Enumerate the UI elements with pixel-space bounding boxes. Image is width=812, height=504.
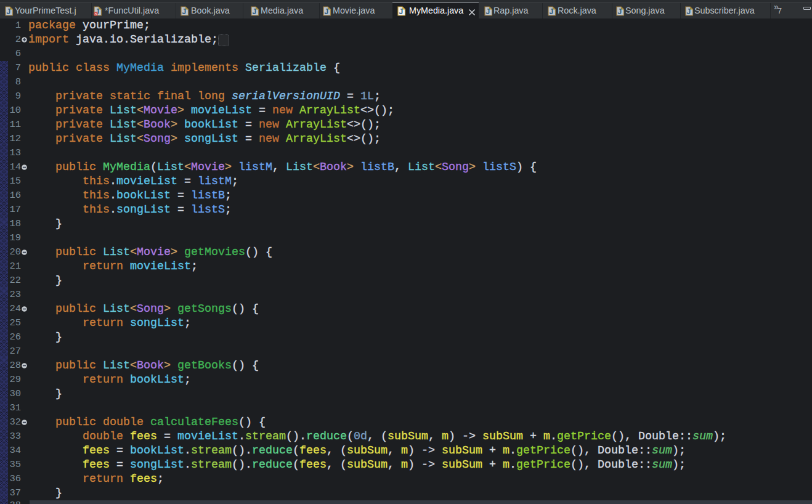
svg-text:J: J <box>486 7 490 15</box>
svg-text:J: J <box>325 7 329 15</box>
svg-text:J: J <box>399 7 404 15</box>
svg-text:J: J <box>7 7 11 15</box>
svg-text:J: J <box>550 7 554 15</box>
svg-text:J: J <box>253 7 257 15</box>
svg-text:J: J <box>182 7 187 15</box>
svg-text:J: J <box>687 7 691 15</box>
svg-text:J: J <box>618 7 622 15</box>
